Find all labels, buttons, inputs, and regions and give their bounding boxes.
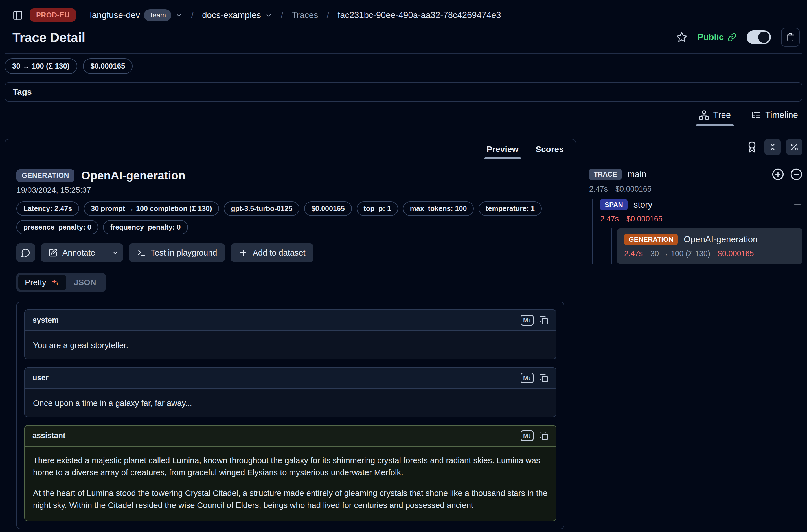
annotate-main[interactable]: Annotate [41, 243, 102, 262]
action-buttons: Annotate Test in playground Add to datas… [16, 243, 564, 262]
public-share-link[interactable]: Public [697, 32, 736, 42]
tab-tree[interactable]: Tree [697, 110, 732, 126]
copy-icon[interactable] [539, 374, 548, 382]
project-name[interactable]: docs-examples [202, 10, 261, 20]
observation-panel: Preview Scores GENERATION OpenAI-generat… [4, 139, 576, 532]
format-json-button[interactable]: JSON [66, 275, 104, 290]
star-icon[interactable] [676, 32, 687, 43]
scores-award-icon[interactable] [745, 141, 759, 153]
message-assistant: assistant M↓ There existed a majestic pl… [24, 425, 557, 521]
tree-node-span[interactable]: SPAN story [600, 199, 803, 210]
observation-body: GENERATION OpenAI-generation 19/03/2024,… [5, 159, 576, 532]
tab-scores[interactable]: Scores [535, 145, 564, 159]
message-actions: M↓ [521, 373, 548, 383]
total-cost-badge: $0.000165 [83, 58, 133, 74]
tags-label: Tags [13, 87, 32, 96]
comment-button[interactable] [16, 243, 35, 262]
circle-minus-icon[interactable] [790, 168, 803, 180]
generation-row[interactable]: GENERATION OpenAI-generation [624, 234, 795, 245]
message-system: system M↓ You are a great storyteller. [24, 309, 557, 359]
breadcrumb-trace-id: fac231bc-90ee-490a-aa32-78c4269474e3 [338, 10, 501, 20]
span-children: GENERATION OpenAI-generation 2.47s 30 → … [612, 228, 803, 264]
message-content: Once upon a time in a galaxy far, far aw… [25, 389, 556, 417]
span-name: story [634, 200, 652, 210]
timeline-icon [751, 110, 761, 120]
message-role: user [33, 374, 49, 382]
percent-icon [790, 142, 799, 151]
markdown-toggle-icon[interactable]: M↓ [521, 431, 533, 441]
span-cost: $0.000165 [626, 215, 662, 223]
message-header: user M↓ [25, 368, 556, 389]
token-breakdown-badge: 30 prompt → 100 completion (Σ 130) [84, 202, 219, 216]
cost-badge: $0.000165 [304, 202, 352, 216]
span-metrics: 2.47s $0.000165 [600, 215, 803, 223]
tree-zoom-controls [772, 168, 803, 180]
pretty-label: Pretty [25, 278, 46, 287]
generation-cost: $0.000165 [718, 249, 754, 258]
generation-badge: GENERATION [624, 234, 678, 245]
copy-icon[interactable] [539, 431, 548, 440]
delete-trace-button[interactable] [781, 28, 800, 46]
metrics-percent-button[interactable] [786, 139, 803, 155]
breadcrumb: PROD-EU langfuse-dev Team / docs-example… [0, 0, 807, 22]
observation-name: OpenAI-generation [81, 169, 185, 182]
sidebar-toggle-icon[interactable] [13, 10, 23, 21]
observation-header: GENERATION OpenAI-generation [16, 169, 564, 182]
trace-tree-panel: TRACE main 2.47s $0.000165 SPAN story [589, 139, 803, 264]
test-in-playground-button[interactable]: Test in playground [129, 243, 225, 262]
tree-node-generation-selected[interactable]: GENERATION OpenAI-generation 2.47s 30 → … [617, 228, 803, 264]
chevron-down-icon [111, 249, 119, 256]
sparkles-icon [50, 278, 60, 287]
generation-name: OpenAI-generation [684, 234, 757, 245]
tags-box[interactable]: Tags [4, 82, 803, 101]
trace-metrics: 2.47s $0.000165 [589, 185, 803, 193]
message-actions: M↓ [521, 431, 548, 441]
observation-metadata-row-2: presence_penalty: 0 frequency_penalty: 0 [16, 220, 564, 234]
trace-cost: $0.000165 [615, 185, 652, 193]
collapse-all-button[interactable] [764, 139, 781, 155]
annotate-dropdown[interactable] [107, 243, 123, 262]
link-icon [728, 33, 736, 42]
tab-timeline[interactable]: Timeline [749, 110, 800, 126]
environment-badge: PROD-EU [30, 8, 76, 22]
markdown-toggle-icon[interactable]: M↓ [521, 315, 533, 325]
message-role: assistant [33, 431, 65, 440]
annotate-button[interactable]: Annotate [41, 243, 123, 262]
panel-tabs: Preview Scores [5, 139, 576, 159]
collapse-icon [768, 142, 777, 151]
add-to-dataset-button[interactable]: Add to dataset [231, 243, 313, 262]
trash-icon [786, 33, 795, 42]
breadcrumb-separator: / [279, 10, 285, 21]
message-actions: M↓ [521, 315, 548, 325]
breadcrumb-project[interactable]: docs-examples [202, 10, 272, 20]
tab-preview[interactable]: Preview [486, 145, 519, 159]
minus-icon[interactable] [792, 200, 803, 210]
circle-plus-icon[interactable] [772, 168, 784, 180]
breadcrumb-traces-link[interactable]: Traces [292, 10, 318, 20]
observation-metadata-row-1: Latency: 2.47s 30 prompt → 100 completio… [16, 202, 564, 216]
chevron-down-icon[interactable] [175, 12, 183, 19]
copy-icon[interactable] [539, 316, 548, 325]
org-name[interactable]: langfuse-dev [90, 10, 140, 20]
public-label: Public [697, 32, 724, 42]
markdown-toggle-icon[interactable]: M↓ [521, 373, 533, 383]
latency-badge: Latency: 2.47s [16, 202, 79, 216]
chevron-down-icon[interactable] [265, 12, 272, 19]
format-pretty-button[interactable]: Pretty [18, 275, 66, 290]
public-toggle[interactable] [747, 31, 771, 44]
breadcrumb-org[interactable]: langfuse-dev Team [90, 9, 183, 21]
message-user: user M↓ Once upon a time in a galaxy far… [24, 367, 557, 417]
breadcrumb-separator: / [189, 10, 195, 21]
assistant-paragraph-2: At the heart of Lumina stood the towerin… [33, 487, 548, 511]
tree-node-trace[interactable]: TRACE main [589, 168, 803, 180]
generation-tokens: 30 → 100 (Σ 130) [651, 249, 710, 258]
trace-badge: TRACE [589, 169, 622, 180]
comment-icon [21, 248, 31, 258]
tab-tree-label: Tree [713, 110, 731, 120]
trace-children: SPAN story 2.47s $0.000165 GENERATION Op… [592, 199, 803, 264]
dataset-label: Add to dataset [252, 248, 305, 258]
temperature-badge: temperature: 1 [478, 202, 542, 216]
page-title: Trace Detail [13, 30, 85, 45]
observation-timestamp: 19/03/2024, 15:25:37 [16, 186, 564, 195]
view-tabs: Tree Timeline [4, 110, 803, 126]
